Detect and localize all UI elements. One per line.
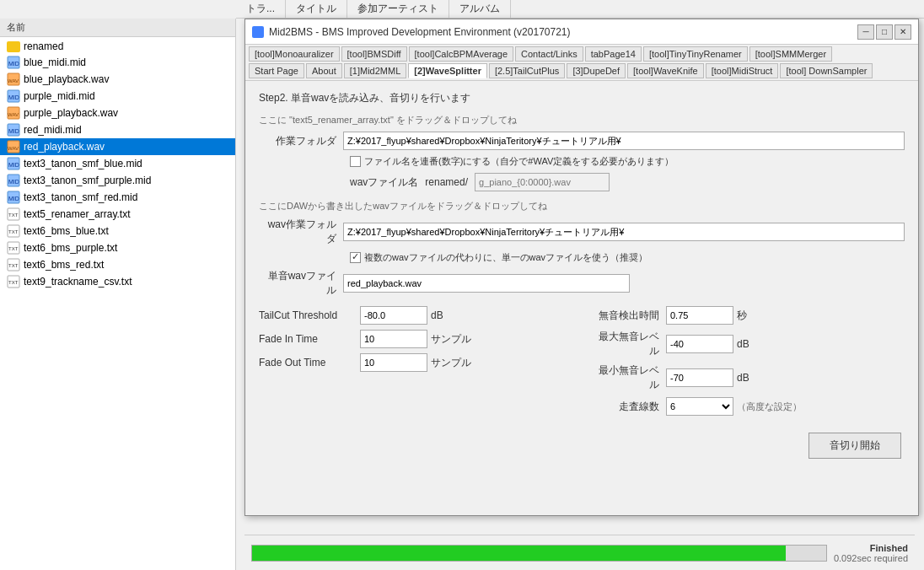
svg-text:TXT: TXT — [8, 246, 19, 251]
mid-file-icon: MID — [7, 56, 20, 69]
start-button[interactable]: 音切り開始 — [808, 433, 901, 459]
wav-file-icon: WAV — [7, 73, 20, 86]
window-title-area: Mid2BMS - BMS Improved Development Envir… — [252, 26, 571, 38]
menu-tab[interactable]: [tool] DownSampler — [780, 63, 873, 78]
svg-text:TXT: TXT — [8, 229, 19, 234]
drag-hint-1: ここに "text5_renamer_array.txt" をドラッグ＆ドロップ… — [259, 114, 905, 126]
fadeout-label: Fade Out Time — [259, 357, 360, 368]
tailcut-input[interactable] — [360, 306, 427, 325]
progress-container — [251, 545, 827, 562]
menu-tab[interactable]: About — [306, 63, 342, 78]
menu-tab[interactable]: tabPage14 — [585, 46, 642, 62]
tailcut-row: TailCut Threshold dB — [259, 306, 573, 325]
menu-tab[interactable]: Start Page — [249, 63, 304, 78]
checkbox-single-wav[interactable] — [350, 252, 361, 263]
file-name: text3_tanon_smf_purple.mid — [24, 175, 151, 186]
menu-tab[interactable]: [tool]Monoauralizer — [249, 46, 340, 62]
list-item[interactable]: TXTtext9_trackname_csv.txt — [0, 273, 235, 290]
progress-status-sublabel: 0.092sec required — [834, 553, 908, 563]
menu-tab[interactable]: [tool]TinyTinyRenamer — [643, 46, 748, 62]
checkbox-sequential[interactable] — [350, 156, 361, 167]
param-section: TailCut Threshold dB Fade In Time サンプル F… — [259, 306, 905, 421]
list-item[interactable]: WAVred_playback.wav — [0, 138, 235, 155]
list-item[interactable]: WAVpurple_playback.wav — [0, 105, 235, 121]
menu-tab[interactable]: [2.5]TailCutPlus — [489, 63, 565, 78]
close-button[interactable]: ✕ — [894, 24, 911, 40]
fadeout-input[interactable] — [360, 353, 427, 372]
wav-file-icon: WAV — [7, 106, 20, 120]
button-row: 音切り開始 — [259, 433, 905, 459]
menu-tab[interactable]: [tool]MidiStruct — [706, 63, 779, 78]
min-silence-input[interactable] — [666, 368, 733, 387]
file-name: text5_renamer_array.txt — [24, 208, 131, 220]
progress-fill — [252, 546, 786, 561]
scan-lines-row: 走査線数 6 4 8 12 （高度な設定） — [590, 397, 905, 416]
wav-work-folder-label: wav作業フォルダ — [259, 218, 343, 246]
list-item[interactable]: WAVblue_playback.wav — [0, 71, 235, 88]
menu-tab[interactable]: Contact/Links — [515, 46, 583, 62]
file-name: red_midi.mid — [24, 124, 82, 136]
checkbox-single-wav-label: 複数のwavファイルの代わりに、単一のwavファイルを使う（推奨） — [364, 251, 647, 264]
menu-tab[interactable]: [tool]CalcBPMAverage — [409, 46, 513, 62]
minimize-button[interactable]: ─ — [857, 24, 874, 40]
menu-tab[interactable]: [1]Mid2MML — [344, 63, 407, 78]
list-item[interactable]: MIDtext3_tanon_smf_purple.mid — [0, 172, 235, 189]
svg-text:MID: MID — [8, 196, 19, 202]
maximize-button[interactable]: □ — [876, 24, 893, 40]
mid-file-icon: MID — [7, 174, 20, 187]
progress-status: Finished 0.092sec required — [834, 543, 908, 563]
list-item[interactable]: TXTtext6_bms_red.txt — [0, 256, 235, 273]
window-titlebar: Mid2BMS - BMS Improved Development Envir… — [245, 19, 918, 45]
single-wav-input[interactable] — [343, 274, 630, 293]
min-silence-row: 最小無音レベル dB — [590, 363, 905, 392]
scan-lines-note: （高度な設定） — [737, 401, 802, 413]
list-item[interactable]: MIDblue_midi.mid — [0, 54, 235, 71]
list-item[interactable]: MIDtext3_tanon_smf_blue.mid — [0, 155, 235, 172]
fadeout-unit: サンプル — [431, 356, 471, 370]
work-folder-label: 作業フォルダ — [259, 134, 343, 148]
left-panel-header: 名前 — [0, 19, 235, 37]
app-icon — [252, 26, 264, 38]
work-folder-input[interactable] — [343, 132, 905, 150]
drag-hint-2: ここにDAWから書き出したwavファイルをドラッグ＆ドロップしてね — [259, 200, 905, 212]
menu-tab[interactable]: [tool]SMMMerger — [749, 46, 832, 62]
silence-detect-input[interactable] — [666, 306, 733, 325]
scan-lines-select[interactable]: 6 4 8 12 — [666, 397, 733, 416]
list-item[interactable]: MIDtext3_tanon_smf_red.mid — [0, 189, 235, 206]
menu-row-2: Start PageAbout[1]Mid2MML[2]WaveSplitter… — [249, 63, 915, 78]
tailcut-label: TailCut Threshold — [259, 309, 360, 321]
min-silence-label: 最小無音レベル — [590, 363, 666, 392]
menu-tab[interactable]: [tool]BMSDiff — [341, 46, 407, 62]
wavname-input[interactable] — [475, 173, 610, 191]
list-item[interactable]: MIDred_midi.mid — [0, 121, 235, 138]
checkbox-row-2: 複数のwavファイルの代わりに、単一のwavファイルを使う（推奨） — [350, 251, 905, 264]
list-item[interactable]: MIDpurple_midi.mid — [0, 88, 235, 105]
list-item[interactable]: TXTtext5_renamer_array.txt — [0, 206, 235, 223]
txt-file-icon: TXT — [7, 207, 20, 221]
menu-tab[interactable]: [2]WaveSplitter — [408, 63, 487, 78]
menu-tabs: [tool]Monoauralizer[tool]BMSDiff[tool]Ca… — [245, 45, 918, 81]
menu-tab[interactable]: [tool]WaveKnife — [627, 63, 704, 78]
menu-tab[interactable]: [3]DupeDef — [567, 63, 626, 78]
window-controls[interactable]: ─ □ ✕ — [857, 24, 911, 40]
wav-work-folder-input[interactable] — [343, 223, 905, 241]
top-header-col-album: アルバム — [449, 0, 511, 18]
file-name: text6_bms_blue.txt — [24, 225, 109, 237]
svg-text:MID: MID — [8, 162, 19, 168]
list-item[interactable]: TXTtext6_bms_purple.txt — [0, 239, 235, 256]
max-silence-input[interactable] — [666, 335, 733, 353]
fadein-row: Fade In Time サンプル — [259, 330, 573, 348]
top-header: トラ... タイトル 参加アーティスト アルバム — [236, 0, 924, 19]
tailcut-unit: dB — [431, 309, 443, 321]
param-left: TailCut Threshold dB Fade In Time サンプル F… — [259, 306, 573, 421]
wavname-prefix-text: renamed/ — [425, 176, 468, 188]
list-item[interactable]: renamed — [0, 39, 235, 54]
fadeout-row: Fade Out Time サンプル — [259, 353, 573, 372]
svg-text:TXT: TXT — [8, 263, 19, 268]
window-title-text: Mid2BMS - BMS Improved Development Envir… — [269, 26, 571, 38]
svg-text:TXT: TXT — [8, 280, 19, 285]
list-item[interactable]: TXTtext6_bms_blue.txt — [0, 223, 235, 239]
fadein-input[interactable] — [360, 330, 427, 348]
mid-file-icon: MID — [7, 157, 20, 170]
max-silence-row: 最大無音レベル dB — [590, 330, 905, 358]
